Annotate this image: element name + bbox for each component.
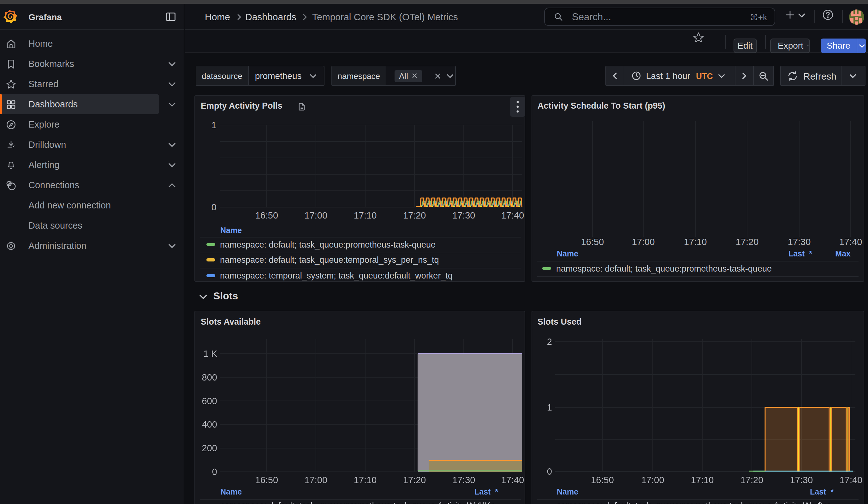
svg-text:16:50: 16:50 (255, 475, 278, 485)
svg-text:0: 0 (547, 466, 552, 476)
svg-text:600: 600 (202, 396, 217, 406)
svg-text:17:00: 17:00 (641, 475, 664, 485)
svg-text:17:10: 17:10 (354, 475, 377, 485)
svg-text:17:30: 17:30 (452, 475, 475, 485)
svg-text:0: 0 (211, 202, 217, 212)
svg-text:16:50: 16:50 (255, 210, 278, 220)
svg-text:2: 2 (547, 337, 552, 347)
svg-text:17:00: 17:00 (304, 475, 328, 485)
svg-text:17:30: 17:30 (787, 237, 810, 247)
svg-text:17:00: 17:00 (304, 210, 328, 220)
svg-text:17:00: 17:00 (632, 237, 655, 247)
svg-text:17:10: 17:10 (354, 210, 377, 220)
svg-text:0: 0 (212, 467, 217, 477)
svg-text:1: 1 (211, 120, 217, 130)
svg-text:16:50: 16:50 (581, 237, 604, 247)
svg-text:200: 200 (202, 443, 217, 453)
svg-text:17:20: 17:20 (403, 475, 426, 485)
svg-text:17:40: 17:40 (839, 475, 862, 485)
svg-text:17:10: 17:10 (684, 237, 707, 247)
svg-text:16:50: 16:50 (591, 475, 613, 485)
svg-text:17:20: 17:20 (735, 237, 758, 247)
svg-text:1: 1 (547, 402, 552, 412)
svg-text:17:40: 17:40 (501, 475, 524, 485)
svg-text:400: 400 (202, 419, 217, 430)
svg-text:17:30: 17:30 (790, 475, 813, 485)
svg-text:17:30: 17:30 (452, 210, 475, 220)
svg-text:17:20: 17:20 (403, 210, 426, 220)
svg-text:1 K: 1 K (203, 349, 217, 359)
svg-text:17:40: 17:40 (839, 237, 862, 247)
svg-text:17:40: 17:40 (501, 210, 524, 220)
svg-text:17:20: 17:20 (740, 475, 763, 485)
svg-text:800: 800 (202, 372, 217, 382)
svg-text:17:10: 17:10 (691, 475, 714, 485)
